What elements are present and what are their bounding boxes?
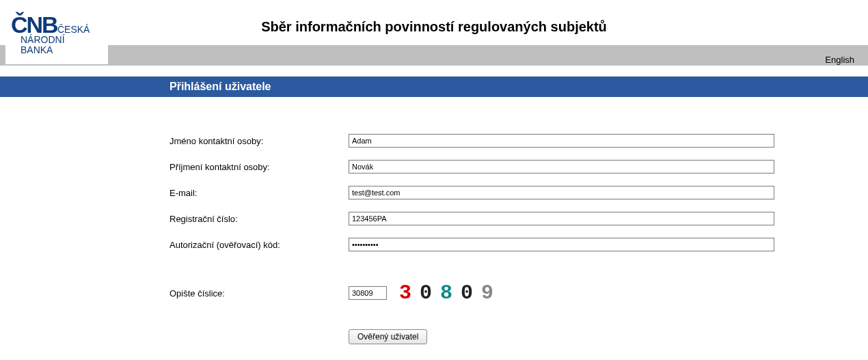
first-name-input[interactable] xyxy=(349,134,774,148)
submit-button[interactable]: Ověřený uživatel xyxy=(349,329,427,344)
captcha-input[interactable] xyxy=(349,286,387,300)
auth-input[interactable] xyxy=(349,238,774,251)
last-name-input[interactable] xyxy=(349,160,774,174)
svg-text:ČESKÁ: ČESKÁ xyxy=(57,24,90,35)
captcha-label: Opište číslice: xyxy=(169,288,349,299)
captcha-digit: 9 xyxy=(481,283,495,303)
first-name-label: Jméno kontaktní osoby: xyxy=(169,136,349,146)
svg-text:BANKA: BANKA xyxy=(21,44,53,55)
login-form: Jméno kontaktní osoby: Příjmení kontaktn… xyxy=(0,97,868,344)
reg-input[interactable] xyxy=(349,212,774,225)
page-title: Sběr informačních povinností regulovanýc… xyxy=(0,19,868,35)
svg-text:NÁRODNÍ: NÁRODNÍ xyxy=(21,34,65,45)
captcha-digit: 0 xyxy=(420,283,433,303)
captcha-digit: 0 xyxy=(461,283,474,303)
section-title: Přihlášení uživatele xyxy=(169,81,271,93)
captcha-image: 30809 xyxy=(399,283,495,303)
gray-bar xyxy=(0,45,868,66)
captcha-digit: 3 xyxy=(399,283,413,303)
section-bar: Přihlášení uživatele xyxy=(0,77,868,97)
email-label: E-mail: xyxy=(169,188,349,198)
reg-label: Registrační číslo: xyxy=(169,214,349,224)
auth-label: Autorizační (ověřovací) kód: xyxy=(169,240,349,250)
language-link[interactable]: English xyxy=(825,55,854,65)
last-name-label: Příjmení kontaktní osoby: xyxy=(169,162,349,172)
cnb-logo: ČNB ČESKÁ NÁRODNÍ BANKA xyxy=(5,5,108,64)
captcha-digit: 8 xyxy=(440,283,454,303)
email-input[interactable] xyxy=(349,186,774,199)
